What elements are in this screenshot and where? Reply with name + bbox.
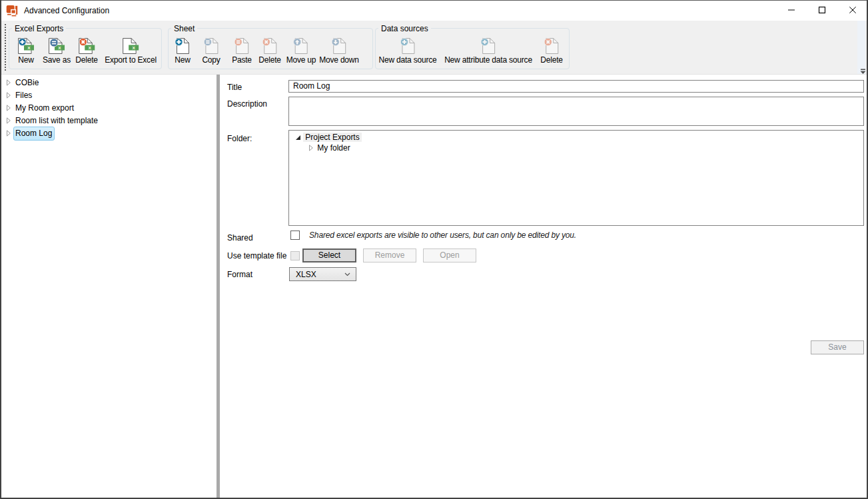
svg-text:x: x (88, 45, 91, 51)
svg-text:x: x (132, 45, 135, 51)
svg-text:x: x (58, 45, 61, 51)
svg-text:x: x (27, 45, 31, 51)
